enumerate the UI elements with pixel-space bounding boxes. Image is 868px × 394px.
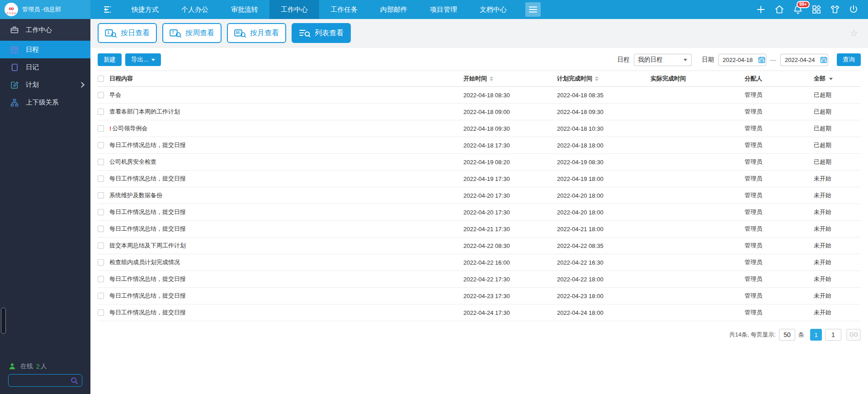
row-checkbox[interactable] <box>98 226 104 232</box>
topnav-item-2[interactable]: 个人办公 <box>170 0 220 19</box>
row-checkbox[interactable] <box>98 276 104 282</box>
home-icon[interactable] <box>774 4 785 15</box>
apps-icon[interactable] <box>811 4 822 15</box>
row-checkbox[interactable] <box>98 92 104 98</box>
schedule-content: 每日工作情况总结，提交日报 <box>109 208 186 216</box>
sidebar-item-label: 日程 <box>26 45 39 54</box>
sidebar-item-workcenter[interactable]: 工作中心 <box>0 19 90 41</box>
topnav-item-4[interactable]: 工作中心 <box>269 0 319 19</box>
date-from-input[interactable] <box>722 56 757 64</box>
sidebar-item-diary[interactable]: 日记 <box>0 58 90 76</box>
sort-icon[interactable] <box>490 76 493 81</box>
schedule-select[interactable]: 我的日程 <box>634 54 692 66</box>
cell-status: 未开始 <box>814 242 861 250</box>
person-icon <box>8 362 16 370</box>
cell-content: !公司领导例会 <box>109 124 463 133</box>
sidebar-header-label: 工作中心 <box>26 26 52 34</box>
topnav-item-1[interactable]: 快捷方式 <box>120 0 170 19</box>
row-checkbox[interactable] <box>98 309 104 316</box>
row-checkbox[interactable] <box>98 125 104 132</box>
cell-content: 每日工作情况总结，提交日报 <box>109 175 463 183</box>
view-button-week[interactable]: 7按周查看 <box>162 23 222 43</box>
chevron-down-icon[interactable] <box>829 78 833 80</box>
view-button-month[interactable]: 30按月查看 <box>227 23 286 43</box>
cell-plan-end: 2022-04-22 08:35 <box>557 242 651 249</box>
table-row: 提交本周总结及下周工作计划2022-04-22 08:302022-04-22 … <box>98 237 861 254</box>
current-page-button[interactable]: 1 <box>810 329 822 341</box>
star-icon[interactable]: ☆ <box>850 28 858 38</box>
sidebar-item-hierarchy[interactable]: 上下级关系 <box>0 94 90 111</box>
row-checkbox[interactable] <box>98 159 104 165</box>
table-header-row: 日程内容开始时间计划完成时间实际完成时间分配人全部 <box>98 71 861 87</box>
goto-page-input[interactable] <box>825 329 841 341</box>
row-checkbox[interactable] <box>98 192 104 199</box>
schedule-content: 每日工作情况总结，提交日报 <box>109 292 186 300</box>
row-checkbox[interactable] <box>98 109 104 115</box>
cell-content: 提交本周总结及下周工作计划 <box>109 242 463 250</box>
cell-plan-end: 2022-04-18 08:35 <box>557 92 651 99</box>
topnav-item-7[interactable]: 项目管理 <box>419 0 468 19</box>
view-button-label: 按日查看 <box>121 28 150 38</box>
topnav: 快捷方式个人办公审批流转工作中心工作任务内部邮件项目管理文档中心 <box>120 0 518 19</box>
sidebar-item-plan[interactable]: 计划 <box>0 76 90 94</box>
cell-content: 早会 <box>109 91 463 99</box>
table-row: 每日工作情况总结，提交日报2022-04-19 17:302022-04-19 … <box>98 171 861 187</box>
cell-start: 2022-04-20 17:30 <box>463 209 557 216</box>
cell-content: 查看各部门本周的工作计划 <box>109 108 463 116</box>
more-menu-button[interactable] <box>525 2 541 17</box>
cell-content: 每日工作情况总结，提交日报 <box>109 309 463 317</box>
plus-icon[interactable] <box>755 4 766 15</box>
table-row: 每日工作情况总结，提交日报2022-04-20 17:302022-04-20 … <box>98 204 861 221</box>
row-checkbox[interactable] <box>98 176 104 182</box>
cell-content: 检查组内成员计划完成情况 <box>109 258 463 266</box>
calendar-picker-icon[interactable] <box>758 56 765 63</box>
shirt-icon[interactable] <box>830 4 840 15</box>
schedule-filter-label: 日程 <box>618 56 630 64</box>
go-button[interactable]: GO <box>846 329 861 341</box>
scrollbar-handle[interactable] <box>1 308 6 334</box>
topnav-item-6[interactable]: 内部邮件 <box>369 0 419 19</box>
svg-text:1: 1 <box>107 30 109 34</box>
calendar-picker-icon[interactable] <box>820 56 827 63</box>
table-row: 每日工作情况总结，提交日报2022-04-22 17:302022-04-22 … <box>98 271 861 288</box>
topnav-item-5[interactable]: 工作任务 <box>319 0 369 19</box>
row-checkbox[interactable] <box>98 142 104 148</box>
page-size-input[interactable] <box>779 329 795 341</box>
column-header-label: 分配人 <box>745 75 762 83</box>
row-checkbox[interactable] <box>98 209 104 215</box>
view-button-list[interactable]: 列表查看 <box>292 23 351 43</box>
table-row: 早会2022-04-18 08:302022-04-18 08:35管理员已超期 <box>98 87 861 104</box>
new-button[interactable]: 新建 <box>98 53 122 66</box>
sort-icon[interactable] <box>595 76 599 81</box>
sidebar-item-schedule[interactable]: 日程 <box>0 41 90 58</box>
cell-start: 2022-04-19 17:30 <box>463 176 557 182</box>
schedule-content: 公司机房安全检查 <box>109 158 156 166</box>
cell-start: 2022-04-23 17:30 <box>463 293 557 299</box>
power-icon[interactable] <box>848 4 859 15</box>
export-button[interactable]: 导出... <box>125 53 161 66</box>
date-to-input[interactable] <box>784 56 819 64</box>
topnav-item-8[interactable]: 文档中心 <box>468 0 518 19</box>
schedule-content: 每日工作情况总结，提交日报 <box>109 141 186 149</box>
view-button-day[interactable]: 1按日查看 <box>98 23 157 43</box>
calendar-day-search-icon: 1 <box>105 28 117 38</box>
row-checkbox[interactable] <box>98 242 104 249</box>
schedule-content: 早会 <box>109 91 121 99</box>
menu-collapse-icon[interactable] <box>102 4 113 15</box>
table-row: 每日工作情况总结，提交日报2022-04-24 17:302022-04-24 … <box>98 304 861 321</box>
brand: ∞ 华天动力 管理员 -信息部 <box>0 0 90 19</box>
cell-plan-end: 2022-04-18 09:30 <box>557 109 651 115</box>
bell-icon[interactable]: 99+ <box>793 4 803 15</box>
search-icon[interactable] <box>70 376 79 385</box>
list-search-icon <box>299 28 311 38</box>
select-all-checkbox[interactable] <box>98 76 104 82</box>
row-checkbox[interactable] <box>98 293 104 299</box>
cell-assignee: 管理员 <box>745 275 814 283</box>
column-header-4: 实际完成时间 <box>651 75 745 83</box>
search-input[interactable] <box>9 377 70 384</box>
topnav-item-3[interactable]: 审批流转 <box>220 0 269 19</box>
row-checkbox[interactable] <box>98 259 104 266</box>
query-button[interactable]: 查询 <box>837 53 861 66</box>
cell-start: 2022-04-21 17:30 <box>463 226 557 233</box>
cell-content: 每日工作情况总结，提交日报 <box>109 292 463 300</box>
